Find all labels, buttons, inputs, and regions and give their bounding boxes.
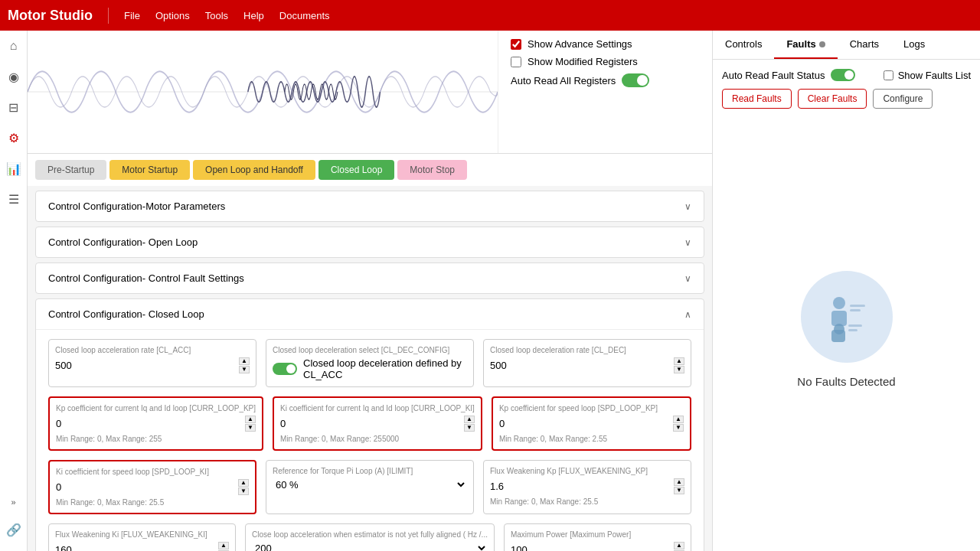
sidebar-sliders-icon[interactable]: ⊟ xyxy=(5,98,23,116)
curr-loop-kp-label: Kp coefficient for current Iq and Id loo… xyxy=(56,404,256,412)
spd-loop-kp-input[interactable] xyxy=(499,418,670,429)
right-tabs: Controls Faults Charts Logs xyxy=(713,31,980,60)
accordion-motor-params-chevron: ∨ xyxy=(684,201,691,212)
svg-rect-7 xyxy=(831,330,845,342)
flux-ki-up[interactable]: ▲ xyxy=(218,542,229,549)
max-power-input[interactable] xyxy=(511,544,671,551)
accordion-fault-settings-chevron: ∨ xyxy=(684,273,691,284)
cl-acc-field: Closed loop acceleration rate [CL_ACC] ▲… xyxy=(48,339,256,387)
accordion-fault-settings-header[interactable]: Control Configuration- Control Fault Set… xyxy=(36,263,704,293)
accordion-open-loop: Control Configuration- Open Loop ∨ xyxy=(35,227,704,258)
show-faults-list-checkbox[interactable] xyxy=(884,70,893,80)
cl-dec-config-toggle[interactable] xyxy=(273,363,297,375)
curr-loop-ki-down[interactable]: ▼ xyxy=(464,424,475,432)
accordion-closed-loop-body: Closed loop acceleration rate [CL_ACC] ▲… xyxy=(36,329,704,551)
cl-acc-estimator-select[interactable]: 200 xyxy=(252,542,488,551)
flux-kp-down[interactable]: ▼ xyxy=(674,487,684,494)
show-advance-settings-checkbox[interactable] xyxy=(511,39,521,50)
auto-read-all-registers-toggle[interactable] xyxy=(622,73,649,87)
cl-dec-field: Closed loop deceleration rate [CL_DEC] ▲… xyxy=(483,339,691,387)
auto-read-fault-toggle[interactable] xyxy=(831,69,855,81)
cl-dec-up[interactable]: ▲ xyxy=(674,357,684,365)
max-power-up[interactable]: ▲ xyxy=(674,542,684,549)
tab-controls[interactable]: Controls xyxy=(713,31,774,59)
closed-loop-row1: Closed loop acceleration rate [CL_ACC] ▲… xyxy=(48,339,691,387)
clear-faults-btn[interactable]: Clear Faults xyxy=(798,89,867,109)
navbar: Motor Studio File Options Tools Help Doc… xyxy=(0,0,980,31)
cl-acc-up[interactable]: ▲ xyxy=(239,357,250,365)
nav-options[interactable]: Options xyxy=(155,10,190,21)
sidebar-chart-icon[interactable]: 📊 xyxy=(5,159,23,178)
curr-loop-ki-up[interactable]: ▲ xyxy=(464,416,475,423)
svg-rect-5 xyxy=(850,309,861,311)
flux-ki-input[interactable] xyxy=(55,544,215,551)
flux-kp-input[interactable] xyxy=(490,481,671,492)
spd-loop-ki-label: Ki coefficient for speed loop [SPD_LOOP_… xyxy=(56,468,249,476)
nav-tools[interactable]: Tools xyxy=(205,10,228,21)
cl-dec-input[interactable] xyxy=(490,360,671,371)
svg-rect-8 xyxy=(848,324,862,327)
flux-kp-up[interactable]: ▲ xyxy=(674,478,684,486)
ilimit-select[interactable]: 60 % xyxy=(273,478,467,491)
accordion-closed-loop-title: Control Configuration- Closed Loop xyxy=(48,308,204,320)
tab-charts[interactable]: Charts xyxy=(838,31,891,59)
nav-help[interactable]: Help xyxy=(243,10,264,21)
configure-btn[interactable]: Configure xyxy=(873,89,933,109)
open-loop-handoff-btn[interactable]: Open Loop and Handoff xyxy=(193,160,315,180)
sidebar-home-icon[interactable]: ⌂ xyxy=(5,37,23,55)
cl-dec-config-label: Closed loop deceleration select [CL_DEC_… xyxy=(273,346,467,354)
spd-loop-ki-up[interactable]: ▲ xyxy=(238,479,249,487)
accordion-motor-params-header[interactable]: Control Configuration-Motor Parameters ∨ xyxy=(36,191,704,221)
show-modified-registers-row: Show Modified Registers xyxy=(511,56,700,67)
svg-rect-4 xyxy=(850,305,865,307)
svg-point-2 xyxy=(833,297,845,309)
flux-ki-label: Flux Weakening Ki [FLUX_WEAKENING_KI] xyxy=(55,530,229,539)
no-faults-icon xyxy=(801,271,893,363)
auto-read-fault-label: Auto Read Fault Status xyxy=(722,70,825,81)
fault-top-row: Auto Read Fault Status Show Faults List xyxy=(722,69,971,81)
closed-loop-btn[interactable]: Closed Loop xyxy=(318,160,394,180)
sidebar-expand-icon[interactable]: » xyxy=(5,493,23,511)
curr-loop-kp-input[interactable] xyxy=(56,418,242,429)
sidebar-globe-icon[interactable]: ◉ xyxy=(5,67,23,86)
cl-dec-config-field: Closed loop deceleration select [CL_DEC_… xyxy=(266,339,474,387)
cl-acc-input[interactable] xyxy=(55,360,236,371)
accordion-fault-settings: Control Configuration- Control Fault Set… xyxy=(35,262,704,294)
sidebar-link-icon[interactable]: 🔗 xyxy=(5,520,23,539)
tab-controls-label: Controls xyxy=(725,38,762,50)
sidebar-gear-icon[interactable]: ⚙ xyxy=(5,129,23,147)
cl-dec-down[interactable]: ▼ xyxy=(674,366,684,373)
accordion-closed-loop-chevron: ∧ xyxy=(684,309,691,320)
show-advance-settings-label: Show Advance Settings xyxy=(528,38,632,50)
tab-logs[interactable]: Logs xyxy=(891,31,937,59)
auto-read-all-registers-row: Auto Read All Registers xyxy=(511,73,700,87)
waveform-area xyxy=(28,31,498,153)
accordion-open-loop-header[interactable]: Control Configuration- Open Loop ∨ xyxy=(36,227,704,257)
spd-loop-kp-up[interactable]: ▲ xyxy=(673,416,684,423)
show-modified-registers-checkbox[interactable] xyxy=(511,57,521,67)
navbar-menu: File Options Tools Help Documents xyxy=(124,10,330,21)
spd-loop-kp-down[interactable]: ▼ xyxy=(673,424,684,432)
flux-kp-field: Flux Weakening Kp [FLUX_WEAKENING_KP] ▲ … xyxy=(483,460,691,514)
cl-acc-down[interactable]: ▼ xyxy=(239,366,250,373)
curr-loop-kp-up[interactable]: ▲ xyxy=(245,416,256,423)
read-faults-btn[interactable]: Read Faults xyxy=(722,89,792,109)
motor-startup-btn[interactable]: Motor Startup xyxy=(109,160,190,180)
sidebar: ⌂ ◉ ⊟ ⚙ 📊 ☰ » 🔗 xyxy=(0,31,28,551)
nav-file[interactable]: File xyxy=(124,10,140,21)
curr-loop-kp-down[interactable]: ▼ xyxy=(245,424,256,432)
motor-stop-btn[interactable]: Motor Stop xyxy=(397,160,467,180)
spd-loop-ki-down[interactable]: ▼ xyxy=(238,487,249,495)
accordion-closed-loop-header[interactable]: Control Configuration- Closed Loop ∧ xyxy=(36,299,704,329)
sidebar-list-icon[interactable]: ☰ xyxy=(5,190,23,208)
ilimit-label: Reference for Torque Pi Loop (A) [ILIMIT… xyxy=(273,467,467,475)
accordion-motor-params-title: Control Configuration-Motor Parameters xyxy=(48,201,225,212)
curr-loop-ki-input[interactable] xyxy=(280,418,461,429)
tab-faults[interactable]: Faults xyxy=(774,31,837,59)
accordion-motor-params: Control Configuration-Motor Parameters ∨ xyxy=(35,191,704,222)
spd-loop-ki-input[interactable] xyxy=(56,481,235,493)
tab-logs-label: Logs xyxy=(903,38,925,50)
show-faults-list-label: Show Faults List xyxy=(898,70,971,81)
nav-documents[interactable]: Documents xyxy=(279,10,330,21)
pre-startup-btn[interactable]: Pre-Startup xyxy=(35,160,106,180)
